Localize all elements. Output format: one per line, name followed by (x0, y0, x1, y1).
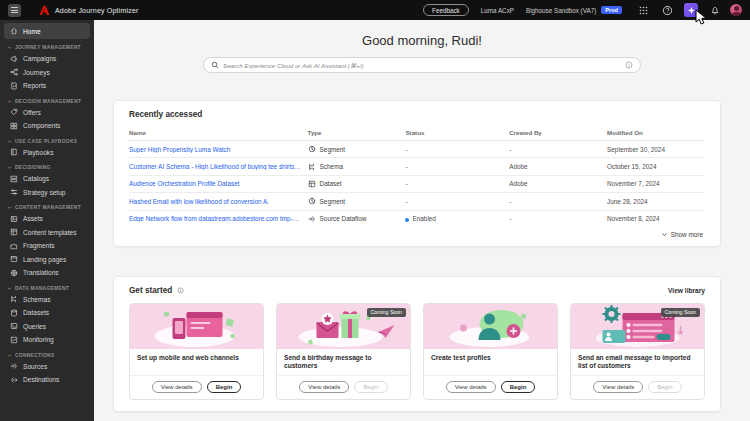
sidebar-item-assets[interactable]: Assets (4, 212, 90, 226)
sidebar-item-catalogs[interactable]: Catalogs (4, 172, 90, 186)
sidebar-item-schemas[interactable]: Schemas (4, 293, 90, 307)
chevron-down-icon (7, 205, 12, 210)
view-details-button[interactable]: View details (152, 381, 202, 393)
sidebar-item-components[interactable]: Components (4, 119, 90, 133)
row-name-link[interactable]: Hashed Email with low likelihood of conv… (129, 198, 301, 205)
notifications-bell-icon[interactable] (708, 3, 722, 17)
coming-soon-badge: Coming Soon (367, 308, 406, 317)
column-header-created-by[interactable]: Created By (509, 126, 607, 141)
sidebar-item-label: Translations (23, 269, 59, 276)
help-icon[interactable] (660, 3, 674, 17)
card-title: Set up mobile and web channels (137, 354, 256, 362)
card-title: Create test profiles (431, 354, 550, 362)
sidebar-item-monitoring[interactable]: Monitoring (4, 333, 90, 347)
greeting-heading: Good morning, Rudi! (94, 33, 750, 48)
sidebar-item-journeys[interactable]: Journeys (4, 66, 90, 80)
search-input[interactable] (223, 62, 621, 69)
column-header-status[interactable]: Status (405, 126, 509, 141)
campaigns-icon (10, 55, 18, 63)
test-profiles-illustration (424, 304, 557, 349)
sidebar-item-strategy-setup[interactable]: Strategy setup (4, 186, 90, 200)
sidebar-item-label: Landing pages (23, 256, 66, 263)
sidebar-item-fragments[interactable]: Fragments (4, 239, 90, 253)
row-status: - (405, 175, 509, 192)
sidebar-item-label: Offers (23, 109, 41, 116)
begin-button[interactable]: Begin (501, 381, 536, 393)
sidebar-item-queries[interactable]: Queries (4, 320, 90, 334)
main-content: Good morning, Rudi! Recently accessed Na… (94, 20, 750, 421)
info-icon[interactable] (177, 287, 184, 294)
sidebar-section-connections[interactable]: Connections (4, 353, 90, 358)
sidebar-section-label: Use Case Playbooks (15, 139, 77, 144)
ai-assistant-icon[interactable] (684, 3, 698, 17)
row-name-link[interactable]: Audience Orchestration Profile Dataset (129, 180, 301, 187)
sidebar-item-content-templates[interactable]: Content templates (4, 226, 90, 240)
row-created-by: - (509, 210, 607, 227)
sidebar-item-label: Datasets (23, 309, 49, 316)
hamburger-menu-icon[interactable] (8, 4, 21, 17)
org-name[interactable]: Luma ACxP (481, 7, 514, 14)
sidebar-item-label: Campaigns (23, 55, 56, 62)
sidebar-item-label: Home (23, 28, 41, 35)
sidebar-item-playbooks[interactable]: Playbooks (4, 146, 90, 160)
sidebar-item-destinations[interactable]: Destinations (4, 373, 90, 387)
feedback-button[interactable]: Feedback (423, 4, 469, 16)
monitoring-icon (10, 336, 18, 344)
queries-icon (10, 322, 18, 330)
sidebar-section-use-case-playbooks[interactable]: Use Case Playbooks (4, 139, 90, 144)
app-switcher-icon[interactable] (636, 3, 650, 17)
sidebar-item-reports[interactable]: Reports (4, 79, 90, 93)
sidebar-section-decisioning[interactable]: Decisioning (4, 165, 90, 170)
adobe-logo-icon (39, 5, 50, 16)
row-name-link[interactable]: Super High Propensity Luma Watch (129, 146, 301, 153)
sidebar-section-content-management[interactable]: Content Management (4, 205, 90, 210)
sidebar-item-offers[interactable]: Offers (4, 106, 90, 120)
unified-search-bar[interactable] (203, 57, 641, 73)
row-created-by: - (509, 193, 607, 210)
catalogs-icon (10, 175, 18, 183)
column-header-type[interactable]: Type (308, 126, 406, 141)
row-name-link[interactable]: Customer AI Schema - High Likelihood of … (129, 163, 301, 170)
begin-button[interactable]: Begin (354, 381, 387, 393)
recently-accessed-table: NameTypeStatusCreated ByModified On Supe… (129, 126, 705, 227)
column-header-modified-on[interactable]: Modified On (607, 126, 705, 141)
get-started-card-create-test-profiles: Create test profiles View details Begin (423, 303, 558, 400)
view-library-link[interactable]: View library (668, 287, 705, 294)
row-modified-on: September 30, 2024 (607, 141, 705, 158)
show-more-button[interactable]: Show more (129, 227, 705, 240)
sidebar-item-datasets[interactable]: Datasets (4, 306, 90, 320)
source-dataflow-icon (308, 215, 316, 223)
sidebar-section-journey-management[interactable]: Journey Management (4, 45, 90, 50)
sandbox-selector[interactable]: Bighouse Sandbox (VA7) (526, 7, 596, 14)
chevron-down-icon (7, 165, 12, 170)
sidebar-section-decision-management[interactable]: Decision Management (4, 99, 90, 104)
sidebar-item-label: Reports (23, 82, 46, 89)
sidebar-item-sources[interactable]: Sources (4, 360, 90, 374)
row-created-by: Adobe (509, 158, 607, 175)
chevron-down-icon (7, 45, 12, 50)
table-row: Edge Network flow from datastream.adobes… (129, 210, 705, 227)
row-created-by: Adobe (509, 175, 607, 192)
view-details-button[interactable]: View details (299, 381, 349, 393)
begin-button[interactable]: Begin (207, 381, 242, 393)
row-name-link[interactable]: Edge Network flow from datastream.adobes… (129, 215, 301, 222)
column-header-name[interactable]: Name (129, 126, 308, 141)
user-avatar[interactable] (730, 4, 742, 16)
view-details-button[interactable]: View details (446, 381, 496, 393)
sidebar-item-translations[interactable]: Translations (4, 266, 90, 280)
sidebar-item-home[interactable]: Home (4, 23, 90, 39)
sidebar-item-landing-pages[interactable]: Landing pages (4, 253, 90, 267)
sidebar-item-campaigns[interactable]: Campaigns (4, 52, 90, 66)
sidebar-item-label: Fragments (23, 242, 55, 249)
show-more-label: Show more (671, 231, 703, 238)
sidebar-item-label: Assets (23, 215, 43, 222)
row-modified-on: October 15, 2024 (607, 158, 705, 175)
search-info-icon[interactable] (625, 61, 633, 69)
get-started-panel: Get started View library Set up mobile a… (113, 276, 721, 412)
table-row: Hashed Email with low likelihood of conv… (129, 193, 705, 210)
sidebar-section-label: Decisioning (15, 165, 51, 170)
sidebar-item-label: Journeys (23, 69, 50, 76)
begin-button[interactable]: Begin (648, 381, 681, 393)
sidebar-section-data-management[interactable]: Data Management (4, 286, 90, 291)
view-details-button[interactable]: View details (593, 381, 643, 393)
